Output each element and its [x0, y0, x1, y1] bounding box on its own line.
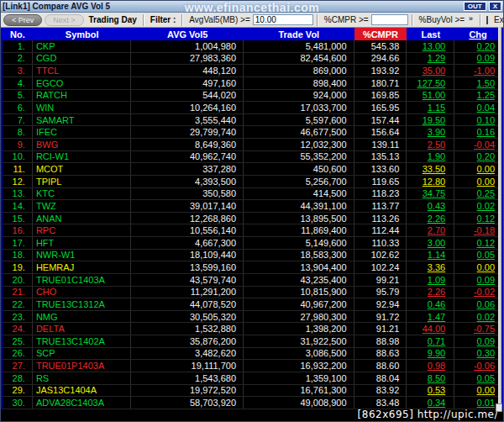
table-row[interactable]: 6.WIN10,264,16017,033,700165.951.150.04 — [3, 102, 501, 114]
cell-avg-vol5: 1,532,880 — [131, 323, 244, 335]
prev-button[interactable]: < Prev — [3, 14, 42, 26]
cell-chg: -1.00 — [454, 65, 501, 76]
table-row[interactable]: 2.CGD27,983,36082,454,600294.661.290.09 — [3, 53, 501, 66]
cell-avg-vol5: 39,017,140 — [131, 200, 244, 212]
table-row[interactable]: 29.JAS13C1404A19,972,52016,761,30083.920… — [3, 385, 501, 398]
cell-no: 9. — [3, 139, 33, 150]
cell-trade-vol: 414,500 — [244, 188, 354, 200]
table-row[interactable]: 28.RS1,543,6801,359,10088.048.500.05 — [3, 372, 501, 385]
cell-trade-vol: 44,391,100 — [244, 200, 354, 212]
table-row[interactable]: 12.TPIPL4,393,5005,256,700119.6512.800.0… — [3, 176, 501, 188]
cell-trade-vol: 5,256,700 — [244, 176, 354, 187]
table-row[interactable]: 7.SAMART3,555,4405,597,600157.4419.500.1… — [3, 114, 501, 127]
table-row[interactable]: 5.RATCH544,020924,000169.8551.001.25 — [3, 90, 501, 103]
table-row[interactable]: 25.TRUE13C1402A35,876,20031,922,50088.98… — [3, 335, 501, 348]
table-row[interactable]: 10.RCI-W140,962,74055,352,200135.131.900… — [3, 151, 501, 164]
cell-no: 16. — [3, 224, 33, 236]
exclude-dw-checkbox[interactable] — [486, 16, 488, 24]
cell-symbol: CHO — [33, 287, 132, 298]
cell-cmpr: 88.98 — [354, 335, 407, 347]
table-row[interactable]: 13.KTC350,580414,500118.2334.750.25 — [3, 188, 501, 201]
toolbar-overflow-icon[interactable]: » — [469, 14, 473, 23]
table-row[interactable]: 1.CKP1,004,9805,481,000545.3813.000.20 — [3, 40, 501, 53]
cell-no: 2. — [3, 53, 33, 65]
avgvol-filter-label: AvgVal5(MB) >= — [189, 15, 249, 24]
window-title: [Link1] Compare AVG Vol 5 — [3, 2, 110, 11]
cell-cmpr: 113.77 — [354, 200, 407, 212]
table-row[interactable]: 21.CHO11,291,20010,815,90095.792.26-0.02 — [3, 287, 501, 299]
cell-last: 0.53 — [407, 385, 454, 397]
header-trade-vol[interactable]: Trade Vol — [244, 28, 354, 40]
table-row[interactable]: 3.TTCL448,120869,000193.9235.00-1.00 — [3, 65, 501, 77]
cell-last: 0.46 — [407, 298, 454, 310]
cell-last: 51.00 — [407, 90, 454, 102]
cell-symbol: BWG — [33, 139, 132, 150]
close-button[interactable]: X — [489, 2, 501, 11]
cell-avg-vol5: 497,160 — [131, 77, 244, 89]
cell-avg-vol5: 10,264,160 — [131, 102, 244, 113]
table-row[interactable]: 20.TRUE01C1403A43,579,74043,235,40099.21… — [3, 274, 501, 287]
vertical-scrollbar[interactable] — [498, 27, 501, 407]
header-cmpr[interactable]: %CMPR — [354, 28, 407, 40]
table-row[interactable]: 30.ADVA28C1403A58,703,92049,008,90083.48… — [3, 397, 501, 409]
cell-avg-vol5: 4,667,300 — [131, 237, 244, 249]
cell-no: 3. — [3, 65, 33, 76]
table-row[interactable]: 24.DELTA1,532,8801,398,20091.2144.00-0.7… — [3, 323, 501, 335]
cell-cmpr: 92.94 — [354, 298, 407, 310]
cell-trade-vol: 3,086,500 — [244, 348, 354, 360]
table-row[interactable]: 26.SCP3,482,6203,086,50088.639.900.30 — [3, 348, 501, 361]
cell-last: 0.98 — [407, 360, 454, 372]
avgvol-filter-input[interactable] — [253, 14, 313, 25]
cell-avg-vol5: 3,482,620 — [131, 348, 244, 360]
cell-trade-vol: 43,235,400 — [244, 274, 354, 286]
table-row[interactable]: 16.RPC10,556,14011,869,400112.442.70-0.1… — [3, 224, 501, 237]
cell-trade-vol: 16,761,300 — [244, 385, 354, 397]
cell-avg-vol5: 337,280 — [131, 163, 244, 175]
table-row[interactable]: 18.NWR-W118,109,44018,583,300102.621.140… — [3, 250, 501, 262]
cmpr-filter-input[interactable] — [371, 14, 408, 25]
cell-last: 2.26 — [407, 213, 454, 224]
header-no[interactable]: No. — [3, 28, 33, 40]
header-symbol[interactable]: Symbol — [33, 28, 132, 40]
table-row[interactable]: 17.HFT4,667,3005,149,600110.333.000.12 — [3, 237, 501, 250]
header-chg[interactable]: Chg — [454, 28, 501, 40]
table-row[interactable]: 14.TWZ39,017,14044,391,100113.770.430.02 — [3, 200, 501, 213]
cell-no: 8. — [3, 126, 33, 138]
cell-trade-vol: 11,869,400 — [244, 224, 354, 236]
table-row[interactable]: 11.MCOT337,280450,600133.6033.500.00 — [3, 163, 501, 176]
cell-chg: 0.09 — [454, 274, 501, 286]
out-button[interactable]: OUT — [464, 2, 486, 11]
table-row[interactable]: 8.IFEC29,799,74046,677,500156.643.900.16 — [3, 126, 501, 139]
cell-avg-vol5: 19,972,520 — [131, 385, 244, 397]
cell-trade-vol: 450,600 — [244, 163, 354, 175]
cell-symbol: KTC — [33, 188, 132, 200]
cell-no: 22. — [3, 298, 33, 310]
header-avg-vol5[interactable]: AVG Vol5 — [131, 28, 244, 40]
cell-no: 10. — [3, 151, 33, 163]
cell-symbol: TWZ — [33, 200, 132, 212]
cell-avg-vol5: 30,505,320 — [131, 311, 244, 323]
header-last[interactable]: Last — [407, 28, 454, 40]
cell-symbol: TPIPL — [33, 176, 132, 187]
title-bar: [Link1] Compare AVG Vol 5 www.efinanceth… — [1, 1, 503, 13]
cell-chg: -0.75 — [454, 323, 501, 335]
table-row[interactable]: 22.TRUE13C1312A44,078,52040,967,20092.94… — [3, 298, 501, 311]
table-row[interactable]: 23.NMG30,505,32027,980,30091.721.470.02 — [3, 311, 501, 324]
cell-avg-vol5: 1,543,680 — [131, 372, 244, 384]
table-row[interactable]: 19.HEMRAJ13,599,16013,904,400102.243.360… — [3, 261, 501, 274]
cell-symbol: RATCH — [33, 90, 132, 102]
cell-last: 1.14 — [407, 250, 454, 261]
cell-last: 12.80 — [407, 176, 454, 187]
table-row[interactable]: 15.ANAN12,268,86013,895,500113.262.260.1… — [3, 213, 501, 225]
cell-no: 5. — [3, 90, 33, 102]
table-row[interactable]: 4.EGCO497,160898,400180.71127.501.50 — [3, 77, 501, 90]
cell-avg-vol5: 40,962,740 — [131, 151, 244, 163]
cell-no: 24. — [3, 323, 33, 335]
cell-symbol: HFT — [33, 237, 132, 249]
resize-grip[interactable] — [496, 404, 502, 412]
cell-cmpr: 135.13 — [354, 151, 407, 163]
next-button[interactable]: Next > — [45, 14, 83, 26]
table-row[interactable]: 27.TRUE01P1403A19,111,70016,932,20088.60… — [3, 360, 501, 372]
table-row[interactable]: 9.BWG8,649,36012,032,300139.112.50-0.04 — [3, 139, 501, 151]
cell-no: 11. — [3, 163, 33, 175]
